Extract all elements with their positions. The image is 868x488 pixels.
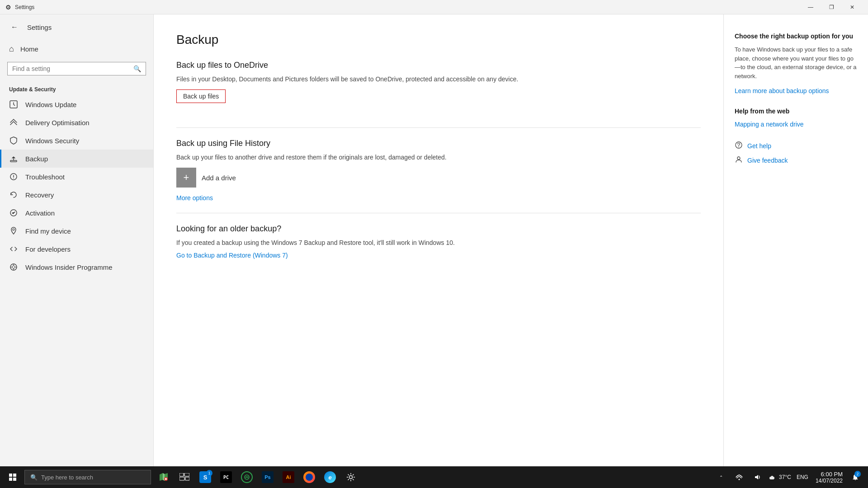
give-feedback-icon — [735, 155, 743, 165]
taskbar-speaker-icon[interactable] — [749, 467, 765, 487]
older-backup-desc: If you created a backup using the Window… — [176, 238, 701, 248]
taskbar-search-icon: 🔍 — [30, 474, 38, 481]
taskbar-date: 14/07/2022 — [816, 478, 843, 484]
right-panel-desc: To have Windows back up your files to a … — [735, 45, 857, 80]
taskbar-app-icons: S 1 PC Ps — [154, 467, 361, 487]
sidebar-nav-top: ← Settings — [0, 14, 153, 40]
sidebar-item-home[interactable]: ⌂ Home — [0, 40, 153, 58]
start-button[interactable] — [2, 466, 24, 488]
taskbar-icon-terminal[interactable] — [237, 467, 257, 487]
taskbar-icon-photoshop[interactable]: Ps — [258, 467, 278, 487]
sidebar-item-activation[interactable]: Activation — [0, 204, 153, 222]
taskbar-icon-illustrator[interactable]: Ai — [278, 467, 298, 487]
help-from-web-title: Help from the web — [735, 108, 857, 115]
more-options-link[interactable]: More options — [176, 194, 213, 202]
back-button[interactable]: ← — [7, 20, 22, 34]
svg-point-8 — [12, 266, 15, 268]
taskbar-network-icon[interactable] — [731, 467, 747, 487]
sidebar-label-recovery: Recovery — [25, 191, 54, 199]
search-box[interactable]: 🔍 — [7, 62, 146, 75]
svg-rect-16 — [9, 474, 12, 477]
taskbar-icon-task-view[interactable] — [175, 467, 194, 487]
activation-icon — [9, 208, 18, 217]
taskbar-keyboard-icon[interactable]: ENG — [795, 467, 810, 487]
sidebar-item-backup[interactable]: Backup — [0, 150, 153, 168]
svg-rect-25 — [179, 473, 184, 476]
file-history-section: Back up using File History Back up your … — [176, 139, 701, 202]
taskbar-icon-store[interactable]: S 1 — [195, 467, 215, 487]
taskbar-tray-expand[interactable]: ⌃ — [713, 467, 729, 487]
svg-point-14 — [738, 146, 739, 147]
mapping-network-link[interactable]: Mapping a network drive — [735, 121, 804, 128]
taskbar-icon-maps[interactable] — [154, 467, 174, 487]
backup-files-button[interactable]: Back up files — [176, 89, 226, 103]
taskbar-weather-icon[interactable]: 37°C — [767, 467, 793, 487]
taskbar-notification-button[interactable]: 2 — [848, 467, 863, 487]
home-label: Home — [20, 45, 38, 53]
taskbar-clock[interactable]: 6:00 PM 14/07/2022 — [812, 467, 846, 487]
taskbar-icon-edge[interactable]: e — [320, 467, 340, 487]
sidebar-item-recovery[interactable]: Recovery — [0, 186, 153, 204]
sidebar-label-find-device: Find my device — [25, 227, 71, 235]
titlebar-controls: — ❐ ✕ — [800, 0, 863, 14]
give-feedback-link[interactable]: Give feedback — [747, 157, 788, 164]
insider-icon — [9, 263, 18, 272]
close-button[interactable]: ✕ — [842, 0, 863, 14]
sidebar-label-security: Windows Security — [25, 137, 79, 145]
svg-rect-28 — [185, 477, 189, 480]
give-feedback-item: Give feedback — [735, 155, 857, 165]
page-title: Backup — [176, 33, 701, 47]
file-history-desc: Back up your files to another drive and … — [176, 153, 701, 162]
home-icon: ⌂ — [9, 44, 14, 54]
taskbar-icon-firefox[interactable] — [299, 467, 319, 487]
taskbar-search-bar[interactable]: 🔍 Type here to search — [24, 470, 151, 484]
section-label: Update & Security — [0, 83, 153, 95]
sidebar-label-developers: For developers — [25, 245, 71, 253]
file-history-title: Back up using File History — [176, 139, 701, 148]
divider-1 — [176, 127, 701, 128]
right-panel-web: Help from the web Mapping a network driv… — [735, 108, 857, 128]
sidebar-item-for-developers[interactable]: For developers — [0, 240, 153, 258]
sidebar-item-troubleshoot[interactable]: Troubleshoot — [0, 168, 153, 186]
find-device-icon — [9, 226, 18, 235]
backup-icon — [9, 154, 18, 163]
sidebar-item-windows-security[interactable]: Windows Security — [0, 131, 153, 150]
svg-rect-27 — [179, 477, 184, 480]
onedrive-section: Back up files to OneDrive Files in your … — [176, 61, 701, 117]
taskbar-icon-settings[interactable] — [341, 467, 361, 487]
titlebar: ⚙ Settings — ❐ ✕ — [0, 0, 868, 14]
learn-more-link[interactable]: Learn more about backup options — [735, 87, 829, 94]
svg-point-6 — [13, 229, 14, 230]
sidebar-label-insider: Windows Insider Programme — [25, 263, 113, 271]
sidebar-item-windows-insider[interactable]: Windows Insider Programme — [0, 258, 153, 276]
sidebar-app-title: Settings — [27, 23, 52, 31]
sidebar-item-delivery-optimisation[interactable]: Delivery Optimisation — [0, 113, 153, 131]
sidebar-label-troubleshoot: Troubleshoot — [25, 173, 65, 181]
weather-temp: 37°C — [779, 474, 791, 480]
taskbar: 🔍 Type here to search — [0, 466, 868, 488]
older-backup-section: Looking for an older backup? If you crea… — [176, 224, 701, 259]
right-panel-help: Get help Give feedback — [735, 141, 857, 165]
backup-restore-link[interactable]: Go to Backup and Restore (Windows 7) — [176, 252, 288, 259]
search-input[interactable] — [12, 65, 130, 72]
sidebar-item-find-my-device[interactable]: Find my device — [0, 222, 153, 240]
taskbar-icon-jetbrains[interactable]: PC — [216, 467, 236, 487]
svg-rect-26 — [184, 473, 189, 476]
sidebar-item-windows-update[interactable]: Windows Update — [0, 95, 153, 113]
svg-rect-1 — [10, 160, 17, 162]
svg-point-24 — [165, 478, 167, 480]
keyboard-lang: ENG — [797, 474, 808, 480]
add-drive-label: Add a drive — [202, 174, 236, 182]
developers-icon — [9, 244, 18, 253]
add-drive-button[interactable]: + Add a drive — [176, 168, 701, 188]
get-help-link[interactable]: Get help — [747, 142, 771, 150]
older-backup-title: Looking for an older backup? — [176, 224, 701, 234]
minimize-button[interactable]: — — [800, 0, 821, 14]
get-help-item: Get help — [735, 141, 857, 151]
svg-rect-19 — [13, 478, 16, 481]
sidebar: ← Settings ⌂ Home 🔍 Update & Security Wi… — [0, 14, 154, 466]
get-help-icon — [735, 141, 743, 151]
svg-point-15 — [737, 157, 740, 160]
restore-button[interactable]: ❐ — [821, 0, 842, 14]
recovery-icon — [9, 190, 18, 199]
